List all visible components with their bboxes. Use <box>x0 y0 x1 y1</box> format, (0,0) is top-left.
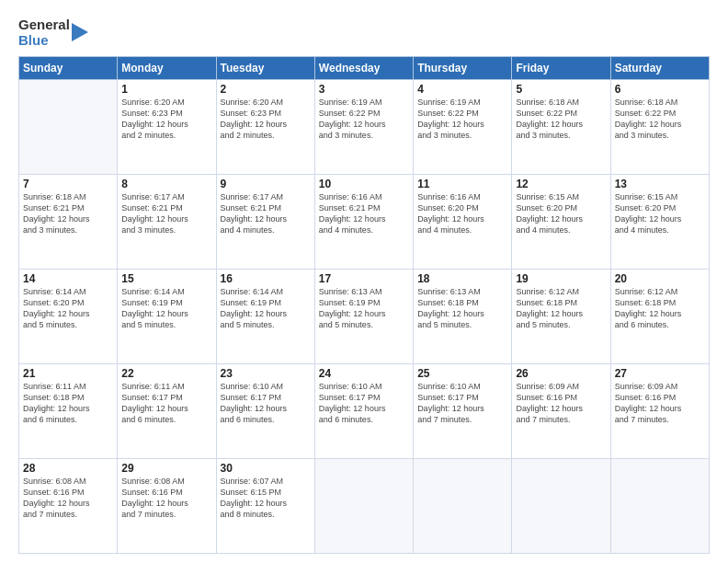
calendar-cell: 30Sunrise: 6:07 AMSunset: 6:15 PMDayligh… <box>216 458 314 553</box>
calendar-cell: 29Sunrise: 6:08 AMSunset: 6:16 PMDayligh… <box>118 458 216 553</box>
day-info: Sunrise: 6:16 AMSunset: 6:21 PMDaylight:… <box>319 191 409 236</box>
calendar-cell: 28Sunrise: 6:08 AMSunset: 6:16 PMDayligh… <box>19 458 118 553</box>
calendar-cell: 27Sunrise: 6:09 AMSunset: 6:16 PMDayligh… <box>610 363 709 458</box>
day-number: 22 <box>121 367 211 380</box>
logo-general-text: General <box>18 17 70 32</box>
day-info: Sunrise: 6:15 AMSunset: 6:20 PMDaylight:… <box>516 191 606 236</box>
day-number: 21 <box>23 367 113 380</box>
day-info: Sunrise: 6:10 AMSunset: 6:17 PMDaylight:… <box>319 381 409 426</box>
calendar-cell <box>19 79 118 174</box>
calendar-cell: 25Sunrise: 6:10 AMSunset: 6:17 PMDayligh… <box>414 363 512 458</box>
calendar-cell: 2Sunrise: 6:20 AMSunset: 6:23 PMDaylight… <box>216 79 314 174</box>
day-number: 23 <box>221 367 311 380</box>
day-number: 13 <box>615 178 705 190</box>
logo: General Blue <box>18 17 88 49</box>
calendar-week-2: 7Sunrise: 6:18 AMSunset: 6:21 PMDaylight… <box>19 174 710 269</box>
day-info: Sunrise: 6:10 AMSunset: 6:17 PMDaylight:… <box>417 381 507 426</box>
day-info: Sunrise: 6:07 AMSunset: 6:15 PMDaylight:… <box>221 476 311 521</box>
day-number: 2 <box>221 83 311 96</box>
day-number: 8 <box>121 178 211 190</box>
calendar-cell <box>610 458 709 553</box>
day-number: 25 <box>417 367 507 380</box>
calendar-cell: 15Sunrise: 6:14 AMSunset: 6:19 PMDayligh… <box>118 269 216 363</box>
weekday-header-wednesday: Wednesday <box>314 56 413 79</box>
weekday-header-sunday: Sunday <box>19 56 118 79</box>
day-number: 17 <box>319 272 409 285</box>
day-info: Sunrise: 6:11 AMSunset: 6:17 PMDaylight:… <box>121 381 211 426</box>
calendar-cell: 20Sunrise: 6:12 AMSunset: 6:18 PMDayligh… <box>610 269 709 363</box>
calendar-week-4: 21Sunrise: 6:11 AMSunset: 6:18 PMDayligh… <box>19 363 710 458</box>
calendar-cell: 11Sunrise: 6:16 AMSunset: 6:20 PMDayligh… <box>414 174 512 269</box>
day-info: Sunrise: 6:08 AMSunset: 6:16 PMDaylight:… <box>23 476 113 521</box>
day-number: 29 <box>121 462 211 475</box>
day-info: Sunrise: 6:14 AMSunset: 6:19 PMDaylight:… <box>221 286 311 331</box>
calendar-cell: 18Sunrise: 6:13 AMSunset: 6:18 PMDayligh… <box>414 269 512 363</box>
calendar-cell: 6Sunrise: 6:18 AMSunset: 6:22 PMDaylight… <box>610 79 709 174</box>
logo-text-block: General Blue <box>18 17 70 49</box>
calendar-cell: 16Sunrise: 6:14 AMSunset: 6:19 PMDayligh… <box>216 269 314 363</box>
day-info: Sunrise: 6:15 AMSunset: 6:20 PMDaylight:… <box>615 191 705 236</box>
day-info: Sunrise: 6:18 AMSunset: 6:22 PMDaylight:… <box>615 97 705 142</box>
day-info: Sunrise: 6:09 AMSunset: 6:16 PMDaylight:… <box>615 381 705 426</box>
day-info: Sunrise: 6:20 AMSunset: 6:23 PMDaylight:… <box>121 97 211 142</box>
calendar-cell: 10Sunrise: 6:16 AMSunset: 6:21 PMDayligh… <box>314 174 413 269</box>
day-info: Sunrise: 6:08 AMSunset: 6:16 PMDaylight:… <box>121 476 211 521</box>
day-info: Sunrise: 6:16 AMSunset: 6:20 PMDaylight:… <box>417 191 507 236</box>
header: General Blue <box>18 17 710 49</box>
day-number: 1 <box>121 83 211 96</box>
day-number: 19 <box>516 272 606 285</box>
day-number: 14 <box>23 272 113 285</box>
day-number: 9 <box>221 178 311 190</box>
day-info: Sunrise: 6:20 AMSunset: 6:23 PMDaylight:… <box>221 97 311 142</box>
logo-arrow-icon <box>72 19 88 45</box>
day-number: 6 <box>615 83 705 96</box>
calendar-cell: 9Sunrise: 6:17 AMSunset: 6:21 PMDaylight… <box>216 174 314 269</box>
day-number: 15 <box>121 272 211 285</box>
calendar-week-5: 28Sunrise: 6:08 AMSunset: 6:16 PMDayligh… <box>19 458 710 553</box>
day-info: Sunrise: 6:19 AMSunset: 6:22 PMDaylight:… <box>417 97 507 142</box>
day-number: 4 <box>417 83 507 96</box>
weekday-header-thursday: Thursday <box>414 56 512 79</box>
calendar-cell: 23Sunrise: 6:10 AMSunset: 6:17 PMDayligh… <box>216 363 314 458</box>
calendar-cell: 4Sunrise: 6:19 AMSunset: 6:22 PMDaylight… <box>414 79 512 174</box>
weekday-header-monday: Monday <box>118 56 216 79</box>
calendar-cell: 8Sunrise: 6:17 AMSunset: 6:21 PMDaylight… <box>118 174 216 269</box>
calendar-cell: 24Sunrise: 6:10 AMSunset: 6:17 PMDayligh… <box>314 363 413 458</box>
day-number: 16 <box>221 272 311 285</box>
logo-container: General Blue <box>18 17 88 49</box>
calendar-cell: 3Sunrise: 6:19 AMSunset: 6:22 PMDaylight… <box>314 79 413 174</box>
calendar-cell: 13Sunrise: 6:15 AMSunset: 6:20 PMDayligh… <box>610 174 709 269</box>
calendar-cell: 1Sunrise: 6:20 AMSunset: 6:23 PMDaylight… <box>118 79 216 174</box>
day-number: 24 <box>319 367 409 380</box>
day-number: 28 <box>23 462 113 475</box>
weekday-header-friday: Friday <box>512 56 610 79</box>
calendar-week-3: 14Sunrise: 6:14 AMSunset: 6:20 PMDayligh… <box>19 269 710 363</box>
calendar-cell: 19Sunrise: 6:12 AMSunset: 6:18 PMDayligh… <box>512 269 610 363</box>
day-info: Sunrise: 6:14 AMSunset: 6:19 PMDaylight:… <box>121 286 211 331</box>
calendar-cell: 12Sunrise: 6:15 AMSunset: 6:20 PMDayligh… <box>512 174 610 269</box>
calendar-cell: 22Sunrise: 6:11 AMSunset: 6:17 PMDayligh… <box>118 363 216 458</box>
calendar-cell: 5Sunrise: 6:18 AMSunset: 6:22 PMDaylight… <box>512 79 610 174</box>
day-info: Sunrise: 6:13 AMSunset: 6:18 PMDaylight:… <box>417 286 507 331</box>
calendar-cell: 17Sunrise: 6:13 AMSunset: 6:19 PMDayligh… <box>314 269 413 363</box>
calendar-cell <box>512 458 610 553</box>
day-number: 7 <box>23 178 113 190</box>
day-info: Sunrise: 6:09 AMSunset: 6:16 PMDaylight:… <box>516 381 606 426</box>
page: General Blue SundayMondayTuesdayWednesda… <box>0 0 728 563</box>
weekday-header-saturday: Saturday <box>610 56 709 79</box>
calendar-cell <box>314 458 413 553</box>
day-number: 20 <box>615 272 705 285</box>
calendar-table: SundayMondayTuesdayWednesdayThursdayFrid… <box>18 56 710 555</box>
day-info: Sunrise: 6:18 AMSunset: 6:22 PMDaylight:… <box>516 97 606 142</box>
weekday-header-row: SundayMondayTuesdayWednesdayThursdayFrid… <box>19 56 710 79</box>
calendar-cell: 26Sunrise: 6:09 AMSunset: 6:16 PMDayligh… <box>512 363 610 458</box>
day-info: Sunrise: 6:19 AMSunset: 6:22 PMDaylight:… <box>319 97 409 142</box>
day-number: 5 <box>516 83 606 96</box>
day-info: Sunrise: 6:12 AMSunset: 6:18 PMDaylight:… <box>615 286 705 331</box>
day-info: Sunrise: 6:14 AMSunset: 6:20 PMDaylight:… <box>23 286 113 331</box>
calendar-week-1: 1Sunrise: 6:20 AMSunset: 6:23 PMDaylight… <box>19 79 710 174</box>
day-info: Sunrise: 6:17 AMSunset: 6:21 PMDaylight:… <box>221 191 311 236</box>
day-info: Sunrise: 6:10 AMSunset: 6:17 PMDaylight:… <box>221 381 311 426</box>
logo-blue-text: Blue <box>18 32 70 48</box>
day-info: Sunrise: 6:13 AMSunset: 6:19 PMDaylight:… <box>319 286 409 331</box>
